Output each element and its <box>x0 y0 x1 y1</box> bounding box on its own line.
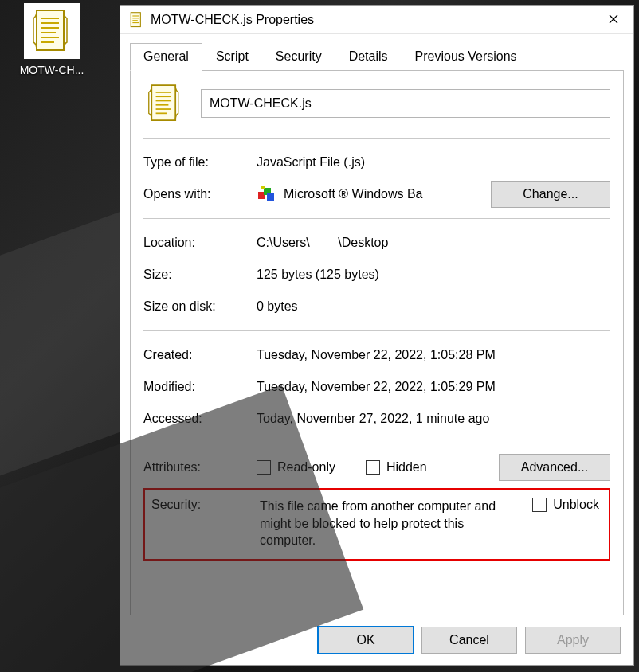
close-icon <box>609 13 618 27</box>
hidden-checkbox[interactable]: Hidden <box>366 460 427 475</box>
location-value: C:\Users\ \Desktop <box>257 236 610 250</box>
apply-button[interactable]: Apply <box>525 627 621 654</box>
dialog-footer: OK Cancel Apply <box>120 615 633 665</box>
security-label: Security: <box>151 498 252 549</box>
modified-label: Modified: <box>143 380 257 394</box>
svg-rect-14 <box>151 85 175 120</box>
size-on-disk-value: 0 bytes <box>257 299 610 314</box>
desktop-icon[interactable]: MOTW-CH... <box>8 3 96 76</box>
js-script-icon <box>143 82 186 125</box>
tab-details[interactable]: Details <box>335 43 402 71</box>
svg-rect-23 <box>267 193 274 201</box>
type-value: JavaScript File (.js) <box>257 155 610 170</box>
opens-with-app: Microsoft ® Windows Ba <box>284 187 483 201</box>
accessed-value: Today, November 27, 2022, 1 minute ago <box>257 412 610 426</box>
security-message: This file came from another computer and… <box>260 498 524 549</box>
window-title: MOTW-CHECK.js Properties <box>151 13 594 27</box>
unblock-checkbox[interactable]: Unblock <box>532 498 599 549</box>
titlebar: MOTW-CHECK.js Properties <box>120 6 633 34</box>
created-value: Tuesday, November 22, 2022, 1:05:28 PM <box>257 348 610 362</box>
js-script-icon <box>24 3 80 59</box>
filename-input[interactable] <box>201 89 610 118</box>
tab-previous-versions[interactable]: Previous Versions <box>402 43 531 71</box>
js-script-icon <box>128 12 144 28</box>
tab-content-general: Type of file: JavaScript File (.js) Open… <box>130 70 624 615</box>
attributes-label: Attributes: <box>143 460 257 475</box>
type-label: Type of file: <box>143 155 257 170</box>
size-on-disk-label: Size on disk: <box>143 299 257 314</box>
cancel-button[interactable]: Cancel <box>421 627 517 654</box>
security-section: Security: This file came from another co… <box>143 488 610 561</box>
checkbox-box <box>532 498 547 512</box>
close-button[interactable] <box>594 6 633 34</box>
accessed-label: Accessed: <box>143 412 257 426</box>
svg-rect-0 <box>37 10 64 50</box>
advanced-button[interactable]: Advanced... <box>499 454 610 481</box>
properties-window: MOTW-CHECK.js Properties General Script … <box>120 5 634 666</box>
opens-with-label: Opens with: <box>143 187 257 201</box>
tab-script[interactable]: Script <box>202 43 262 71</box>
hidden-label: Hidden <box>386 460 427 475</box>
desktop-icon-label: MOTW-CH... <box>8 64 96 76</box>
size-value: 125 bytes (125 bytes) <box>257 268 610 282</box>
svg-rect-24 <box>261 186 265 189</box>
created-label: Created: <box>143 348 257 362</box>
svg-rect-7 <box>131 12 140 26</box>
checkbox-box <box>366 460 380 475</box>
change-button[interactable]: Change... <box>491 181 610 208</box>
checkbox-box <box>257 460 271 475</box>
tab-security[interactable]: Security <box>262 43 335 71</box>
readonly-label: Read-only <box>277 460 335 475</box>
unblock-label: Unblock <box>553 498 599 512</box>
location-label: Location: <box>143 236 257 250</box>
tab-strip: General Script Security Details Previous… <box>120 34 633 70</box>
ok-button[interactable]: OK <box>318 627 414 654</box>
readonly-checkbox[interactable]: Read-only <box>257 460 335 475</box>
modified-value: Tuesday, November 22, 2022, 1:05:29 PM <box>257 380 610 394</box>
tab-general[interactable]: General <box>130 43 202 71</box>
size-label: Size: <box>143 268 257 282</box>
wsh-color-blocks-icon <box>257 185 276 204</box>
